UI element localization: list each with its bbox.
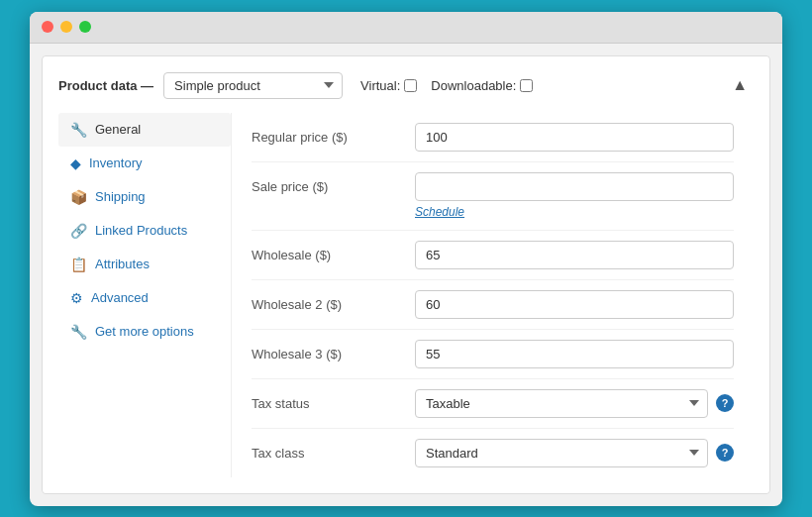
sidebar-item-general[interactable]: 🔧 General <box>58 113 231 147</box>
maximize-dot[interactable] <box>79 21 91 33</box>
regular-price-row: Regular price ($) <box>252 113 734 162</box>
sale-price-label: Sale price ($) <box>252 172 415 194</box>
sidebar-label-general: General <box>95 122 141 137</box>
sidebar-item-inventory[interactable]: ◆ Inventory <box>58 147 231 180</box>
wholesale3-row: Wholesale 3 ($) <box>252 330 734 379</box>
downloadable-checkbox[interactable] <box>520 79 533 92</box>
attributes-icon: 📋 <box>70 257 87 272</box>
shipping-icon: 📦 <box>70 189 87 205</box>
titlebar <box>30 12 782 44</box>
sidebar-label-get-more-options: Get more options <box>95 324 194 339</box>
wholesale3-input[interactable] <box>415 340 734 368</box>
wrench-icon: 🔧 <box>70 122 87 138</box>
sidebar-label-attributes: Attributes <box>95 257 150 271</box>
regular-price-input[interactable] <box>415 123 734 152</box>
link-icon: 🔗 <box>70 223 87 239</box>
wholesale-input-wrap <box>415 241 734 269</box>
product-type-select[interactable]: Simple product Variable product Grouped … <box>163 72 343 99</box>
sale-price-input-wrap: Schedule <box>415 172 734 220</box>
sidebar-label-shipping: Shipping <box>95 189 146 204</box>
wholesale-label: Wholesale ($) <box>252 241 415 262</box>
tax-status-label: Tax status <box>252 389 415 411</box>
regular-price-label: Regular price ($) <box>252 123 415 145</box>
tax-class-label: Tax class <box>252 439 415 461</box>
gear-icon: ⚙ <box>70 290 83 306</box>
virtual-label-text: Virtual: <box>360 78 400 93</box>
wholesale2-label: Wholesale 2 ($) <box>252 290 415 312</box>
sidebar-label-inventory: Inventory <box>89 155 142 170</box>
wholesale3-label: Wholesale 3 ($) <box>252 340 415 362</box>
sidebar-label-linked-products: Linked Products <box>95 223 187 238</box>
product-window: Product data — Simple product Variable p… <box>30 12 782 506</box>
sidebar-item-advanced[interactable]: ⚙ Advanced <box>58 281 231 315</box>
tax-class-select-wrap: Standard Reduced rate Zero rate ? <box>415 439 734 467</box>
product-options-group: Virtual: Downloadable: <box>360 78 533 93</box>
plus-icon: 🔧 <box>70 324 87 340</box>
product-data-header: Product data — Simple product Variable p… <box>58 72 754 99</box>
tax-status-select-wrap: Taxable Shipping only None ? <box>415 389 734 418</box>
wholesale3-input-wrap <box>415 340 734 368</box>
tax-class-input-wrap: Standard Reduced rate Zero rate ? <box>415 439 734 467</box>
wholesale2-row: Wholesale 2 ($) <box>252 280 734 330</box>
collapse-button[interactable]: ▲ <box>726 74 754 96</box>
main-panel: 🔧 General ◆ Inventory 📦 Shipping 🔗 Linke… <box>58 113 754 477</box>
sidebar-item-get-more-options[interactable]: 🔧 Get more options <box>58 315 231 349</box>
tax-class-select[interactable]: Standard Reduced rate Zero rate <box>415 439 708 467</box>
sidebar-item-attributes[interactable]: 📋 Attributes <box>58 248 231 281</box>
product-data-panel: Product data — Simple product Variable p… <box>42 55 770 494</box>
tax-class-help-icon[interactable]: ? <box>716 444 734 462</box>
downloadable-label-text: Downloadable: <box>431 78 516 93</box>
schedule-link[interactable]: Schedule <box>415 205 464 219</box>
tax-status-input-wrap: Taxable Shipping only None ? <box>415 389 734 418</box>
inventory-icon: ◆ <box>70 155 81 171</box>
sale-price-input[interactable] <box>415 172 734 201</box>
wholesale2-input[interactable] <box>415 290 734 319</box>
minimize-dot[interactable] <box>60 21 72 33</box>
sidebar: 🔧 General ◆ Inventory 📦 Shipping 🔗 Linke… <box>58 113 232 477</box>
product-data-label: Product data — <box>58 78 153 93</box>
sidebar-item-linked-products[interactable]: 🔗 Linked Products <box>58 214 231 248</box>
regular-price-input-wrap <box>415 123 734 152</box>
tax-status-help-icon[interactable]: ? <box>716 394 734 412</box>
sidebar-item-shipping[interactable]: 📦 Shipping <box>58 180 231 214</box>
virtual-label[interactable]: Virtual: <box>360 78 417 93</box>
tax-status-row: Tax status Taxable Shipping only None ? <box>252 379 734 429</box>
wholesale-input[interactable] <box>415 241 734 269</box>
sale-price-row: Sale price ($) Schedule <box>252 162 734 231</box>
tax-class-row: Tax class Standard Reduced rate Zero rat… <box>252 429 734 477</box>
fields-panel: Regular price ($) Sale price ($) Schedul… <box>232 113 754 477</box>
virtual-checkbox[interactable] <box>404 79 417 92</box>
wholesale-row: Wholesale ($) <box>252 231 734 280</box>
downloadable-label[interactable]: Downloadable: <box>431 78 533 93</box>
sidebar-label-advanced: Advanced <box>91 290 149 305</box>
wholesale2-input-wrap <box>415 290 734 319</box>
tax-status-select[interactable]: Taxable Shipping only None <box>415 389 708 418</box>
close-dot[interactable] <box>42 21 53 33</box>
